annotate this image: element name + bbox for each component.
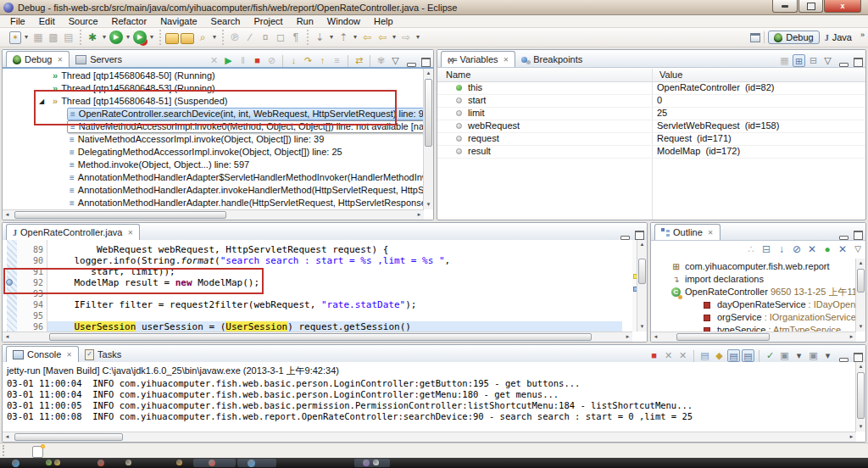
taskbar-active-app[interactable] [354, 459, 390, 467]
menu-edit[interactable]: Edit [32, 16, 62, 26]
next-annotation-icon[interactable]: ⇣ [313, 31, 326, 44]
debug-extras-icon[interactable]: ✾ [375, 54, 387, 67]
sort-icon[interactable]: ↓ [775, 242, 788, 256]
debug-thread-row[interactable]: »Thread [qtp145680648-50] (Running) [3, 70, 218, 82]
maximize-view-icon[interactable] [854, 353, 863, 362]
run-icon[interactable]: ▶ [109, 31, 123, 44]
variable-row[interactable]: requestRequest (id=171) [437, 132, 865, 146]
close-tab-icon[interactable]: ✕ [504, 56, 509, 64]
last-edit-location-icon[interactable]: ⇦ [360, 31, 374, 44]
tab-tasks[interactable]: ✓ Tasks [79, 347, 127, 362]
column-value[interactable]: Value [659, 70, 682, 80]
dropdown-arrow-icon[interactable]: ▾ [793, 349, 805, 362]
line-number[interactable]: 90 [17, 255, 43, 266]
dropdown-arrow-icon[interactable]: ▾ [821, 349, 834, 362]
line-number[interactable]: 96 [17, 321, 43, 332]
menu-source[interactable]: Source [62, 16, 105, 26]
remove-all-terminated-icon[interactable]: ✕ [208, 54, 220, 67]
stack-frame-row[interactable]: ≡AnnotationMethodHandlerAdapter.invokeHa… [3, 184, 424, 197]
windows-taskbar[interactable] [0, 458, 868, 468]
tab-outline[interactable]: Outline ✕ [654, 224, 721, 240]
dropdown-arrow-icon[interactable]: ▾ [148, 31, 155, 44]
taskbar-app-icon[interactable] [176, 460, 182, 465]
editor-vertical-scrollbar[interactable]: ▲ ▼ [637, 240, 647, 332]
maximize-view-icon[interactable] [635, 231, 644, 240]
minimize-view-icon[interactable] [839, 236, 849, 240]
tab-variables[interactable]: (x)= Variables ✕ [441, 51, 515, 67]
stack-frame-row[interactable]: ≡AnnotationMethodHandlerAdapter$ServletH… [3, 171, 424, 184]
view-menu-icon[interactable]: ▽ [851, 242, 865, 256]
tab-console[interactable]: Console ✕ [6, 346, 79, 362]
disconnect-icon[interactable]: ⊘ [265, 54, 278, 67]
stack-frame-row[interactable]: ≡DelegatingMethodAccessorImpl.invoke(Obj… [3, 146, 345, 159]
debug-horizontal-scrollbar[interactable]: ◄ ► [3, 209, 424, 220]
remove-all-launches-icon[interactable]: ✕ [676, 349, 689, 362]
code-line[interactable]: 95 [3, 310, 622, 321]
show-when-stdout-changes-icon[interactable]: ▤ [727, 349, 740, 362]
close-tab-icon[interactable]: ✕ [57, 56, 63, 64]
hide-static-icon[interactable]: ✕ [805, 242, 819, 256]
menu-search[interactable]: Search [204, 16, 248, 26]
code-line[interactable]: 94 IFilter filter = request2filter(webRe… [3, 299, 622, 310]
taskbar-app-icon[interactable] [373, 460, 379, 465]
debug-vertical-scrollbar[interactable]: ▲ ▼ [423, 69, 433, 209]
show-logical-structure-icon[interactable]: ⊞ [793, 54, 805, 67]
minimize-view-icon[interactable] [839, 63, 849, 67]
menu-project[interactable]: Project [247, 16, 289, 26]
outline-vertical-scrollbar[interactable]: ▲ ▼ [855, 259, 865, 332]
taskbar-app-icon[interactable] [209, 460, 215, 466]
close-tab-icon[interactable]: ✕ [127, 229, 133, 237]
more-perspectives-chevron[interactable]: » [860, 31, 865, 39]
previous-annotation-icon[interactable]: ⇡ [337, 31, 350, 44]
instruction-stepping-icon[interactable]: ≡ [331, 54, 343, 67]
taskbar-app-icon[interactable] [12, 460, 19, 467]
status-editor-icon[interactable] [32, 446, 43, 458]
line-number[interactable]: 95 [17, 310, 43, 321]
taskbar-app-icon[interactable] [248, 460, 255, 467]
display-selected-console-icon[interactable]: ▣ [778, 349, 791, 362]
stack-frame-row[interactable]: ≡AnnotationMethodHandlerAdapter.handle(H… [3, 197, 424, 209]
code-line[interactable]: 89 WebRequest webRequest, HttpServletReq… [3, 244, 622, 255]
open-perspective-icon[interactable] [750, 33, 760, 42]
taskbar-app-icon[interactable] [125, 460, 131, 465]
tab-openratecontroller-java[interactable]: J OpenRateController.java ✕ [6, 224, 140, 240]
outline-horizontal-scrollbar[interactable]: ◄ ► [651, 332, 856, 342]
suspend-icon[interactable]: ‖ [236, 54, 249, 67]
collapse-all-icon[interactable]: ⊟ [760, 242, 773, 256]
terminate-icon[interactable]: ■ [648, 349, 660, 362]
variable-row[interactable]: webRequestServletWebRequest (id=158) [437, 120, 865, 133]
taskbar-app-icon[interactable] [46, 460, 52, 465]
show-type-names-icon[interactable]: ▦ [778, 54, 791, 67]
code-line[interactable]: 96 UserSession userSession = (UserSessio… [3, 321, 622, 332]
scroll-lock-icon[interactable]: ◆ [713, 349, 726, 362]
taskbar-app-icon[interactable] [54, 460, 60, 465]
maximize-view-icon[interactable] [854, 231, 863, 240]
menu-help[interactable]: Help [367, 16, 400, 26]
console-vertical-scrollbar[interactable]: ▲ ▼ [855, 362, 865, 432]
code-line[interactable]: 90 logger.info(String.format("search sea… [3, 255, 622, 266]
menu-run[interactable]: Run [290, 16, 320, 26]
hide-fields-icon[interactable]: ⊘ [790, 242, 804, 256]
open-console-icon[interactable]: ▣ [807, 349, 820, 362]
use-step-filters-icon[interactable]: ⇄ [353, 54, 365, 67]
save-all-icon[interactable]: ▩ [47, 31, 60, 44]
dropdown-arrow-icon[interactable]: ▾ [23, 31, 30, 44]
close-tab-icon[interactable]: ✕ [708, 229, 714, 237]
close-tab-icon[interactable]: ✕ [66, 351, 72, 359]
variable-row[interactable]: resultModelMap (id=172) [437, 145, 865, 159]
dropdown-arrow-icon[interactable]: ▾ [101, 31, 108, 44]
menu-window[interactable]: Window [320, 16, 367, 26]
taskbar-app-icon[interactable] [363, 460, 370, 466]
console-horizontal-scrollbar[interactable]: ◄ ► [3, 432, 856, 442]
debug-icon[interactable]: ✱ [86, 31, 99, 44]
minimize-view-icon[interactable] [407, 63, 416, 67]
collapse-all-icon[interactable]: ⊟ [807, 54, 820, 67]
resume-icon[interactable]: ▶ [222, 54, 235, 67]
print-icon[interactable]: ▤ [62, 31, 75, 44]
step-return-icon[interactable]: ↑ [316, 54, 329, 67]
open-resource-icon[interactable] [181, 33, 194, 44]
dropdown-arrow-icon[interactable]: ▾ [352, 31, 359, 44]
dropdown-arrow-icon[interactable]: ▾ [328, 31, 335, 44]
new-wizard-icon[interactable]: ✶ [9, 31, 21, 44]
taskbar-app-icon[interactable] [97, 460, 104, 466]
